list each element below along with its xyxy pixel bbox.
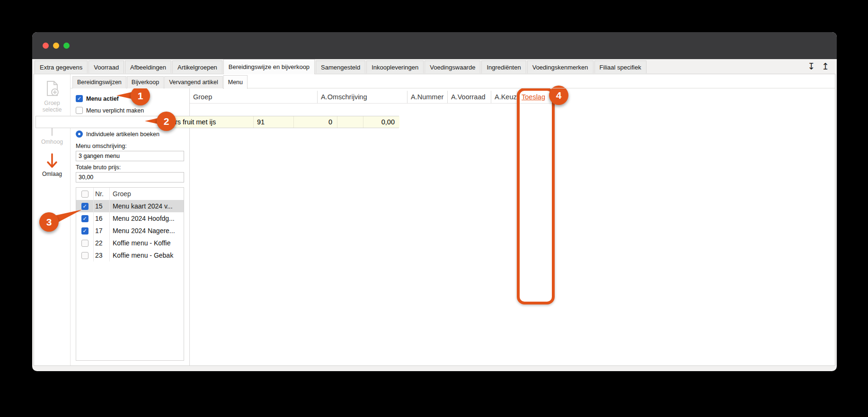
app-window: Extra gegevensVoorraadAfbeeldingenArtike… — [32, 32, 837, 371]
group-list-header-nr: Nr. — [93, 188, 109, 200]
subtab-bereidingswijzen[interactable]: Bereidingswijzen — [72, 76, 126, 88]
tab-content: Groep selectie Omhoog — [34, 74, 835, 366]
menu-verplicht-label: Menu verplicht maken — [86, 107, 144, 114]
select-all-checkbox[interactable] — [81, 191, 89, 198]
menu-actief-label: Menu actief — [86, 96, 119, 102]
menu-omschrijving-label: Menu omschrijving: — [76, 143, 184, 149]
menu-article-row[interactable]: Vers fruit met ijs 910 0,00 — [190, 116, 399, 128]
arrow-down-icon — [46, 153, 58, 169]
tab-ingredi-nten[interactable]: Ingrediënten — [481, 61, 526, 73]
totale-bruto-prijs-label: Totale bruto prijs: — [76, 164, 184, 171]
groep-selectie-label: Groep selectie — [34, 100, 70, 113]
traffic-lights — [43, 43, 70, 49]
sub-tab-bar: BereidingswijzenBijverkoopVervangend art… — [71, 74, 835, 88]
group-list: Nr. Groep ✓ 15 Menu kaart 2024 v... ✓ 16… — [76, 187, 184, 361]
window-titlebar[interactable] — [32, 32, 837, 59]
tab-samengesteld[interactable]: Samengesteld — [316, 61, 365, 73]
bereidingswijze-panel: BereidingswijzenBijverkoopVervangend art… — [71, 74, 835, 365]
individuele-artikelen-label: Individuele artikelen boeken — [86, 131, 159, 138]
subtab-menu[interactable]: Menu — [223, 75, 248, 89]
group-checkbox[interactable] — [81, 240, 89, 247]
menu-table-header: GroepA.OmschrijvingA.NummerA.VoorraadA.K… — [190, 91, 553, 104]
menu-settings-panel: ✓ Menu actief Menu verplicht maken Allee… — [71, 88, 190, 365]
cursor-down-icon[interactable]: ↧ — [807, 61, 815, 71]
column-header-a-voorraad[interactable]: A.Voorraad — [448, 91, 491, 103]
menu-table: GroepA.OmschrijvingA.NummerA.VoorraadA.K… — [190, 88, 835, 365]
group-list-row[interactable]: ✓ 15 Menu kaart 2024 v... — [76, 200, 184, 212]
group-list-row[interactable]: ✓ 16 Menu 2024 Hoofdg... — [76, 212, 184, 225]
group-list-row[interactable]: 23 Koffie menu - Gebak — [76, 249, 184, 261]
zoom-button[interactable] — [63, 43, 70, 49]
menu-verplicht-checkbox[interactable] — [76, 107, 83, 114]
menu-omschrijving-input[interactable] — [76, 151, 184, 161]
omlaag-button[interactable]: Omlaag — [42, 153, 62, 177]
tab-inkoopleveringen[interactable]: Inkoopleveringen — [366, 61, 424, 73]
subtab-bijverkoop[interactable]: Bijverkoop — [127, 76, 164, 88]
tab-afbeeldingen[interactable]: Afbeeldingen — [125, 61, 171, 73]
omhoog-label: Omhoog — [41, 139, 63, 145]
group-checkbox[interactable]: ✓ — [81, 203, 89, 210]
group-select-icon — [44, 80, 60, 98]
tab-voorraad[interactable]: Voorraad — [89, 61, 124, 73]
tab-filiaal-specifiek[interactable]: Filiaal specifiek — [594, 61, 647, 73]
group-list-header: Nr. Groep — [76, 188, 184, 200]
group-list-row[interactable]: 22 Koffie menu - Koffie — [76, 237, 184, 249]
column-header-a-keuze[interactable]: A.Keuze — [491, 91, 517, 103]
subtab-vervangend-artikel[interactable]: Vervangend artikel — [164, 76, 223, 88]
group-checkbox[interactable] — [81, 252, 89, 259]
tab-artikelgroepen[interactable]: Artikelgroepen — [172, 61, 222, 73]
tab-voedingswaarde[interactable]: Voedingswaarde — [425, 61, 480, 73]
group-checkbox[interactable]: ✓ — [81, 215, 89, 222]
cursor-to-top-icon[interactable]: ↥ — [822, 61, 829, 71]
close-button[interactable] — [43, 43, 49, 49]
totale-bruto-prijs-input[interactable] — [76, 172, 184, 182]
groep-selectie-button[interactable]: Groep selectie — [34, 80, 70, 113]
individuele-artikelen-radio[interactable] — [76, 130, 83, 138]
column-header-toeslag[interactable]: Toeslag — [517, 91, 553, 103]
group-checkbox[interactable]: ✓ — [81, 227, 89, 235]
individuele-artikelen-option[interactable]: Individuele artikelen boeken — [76, 128, 184, 140]
group-list-row[interactable]: ✓ 17 Menu 2024 Nagere... — [76, 225, 184, 237]
group-list-header-groep: Groep — [109, 188, 184, 200]
column-header-a-omschrijving[interactable]: A.Omschrijving — [318, 91, 407, 103]
main-tab-bar: Extra gegevensVoorraadAfbeeldingenArtike… — [32, 59, 837, 74]
minimize-button[interactable] — [53, 43, 59, 49]
tab-voedingskenmerken[interactable]: Voedingskenmerken — [527, 61, 593, 73]
menu-actief-checkbox[interactable]: ✓ — [76, 95, 83, 102]
tab-bar-icons: ↧ ↥ — [807, 61, 829, 71]
tab-bereidingswijze-en-bijverkoop[interactable]: Bereidingswijze en bijverkoop — [223, 59, 315, 74]
menu-verplicht-option[interactable]: Menu verplicht maken — [76, 104, 184, 116]
menu-actief-option[interactable]: ✓ Menu actief — [76, 93, 184, 104]
screenshot-stage: Extra gegevensVoorraadAfbeeldingenArtike… — [0, 0, 868, 417]
column-header-a-nummer[interactable]: A.Nummer — [407, 91, 448, 103]
omlaag-label: Omlaag — [42, 171, 62, 177]
column-header-groep[interactable]: Groep — [190, 91, 318, 103]
tab-extra-gegevens[interactable]: Extra gegevens — [35, 61, 88, 73]
